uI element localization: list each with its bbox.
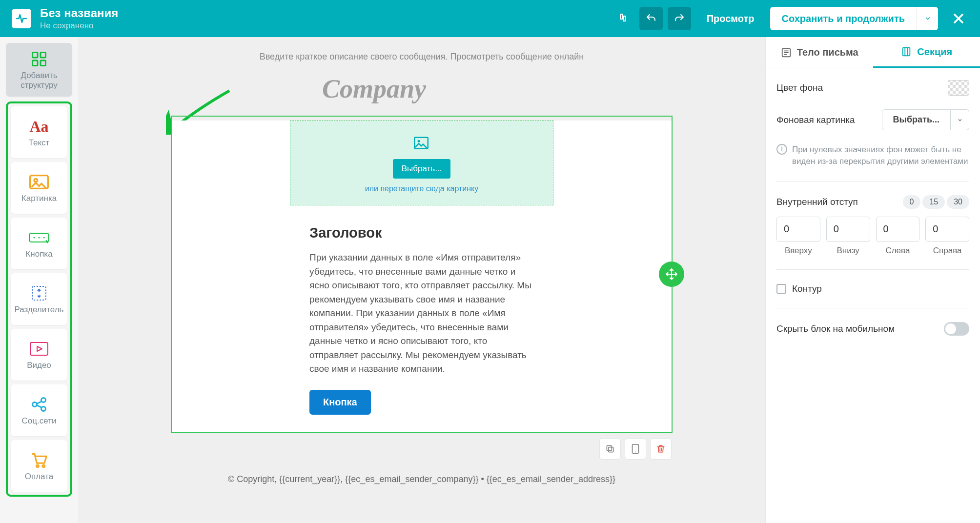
text-aa-icon: Aa <box>29 117 48 136</box>
sidebar-add-structure[interactable]: Добавить структуру <box>6 43 72 97</box>
outline-label: Контур <box>792 283 822 294</box>
sidebar-item-video[interactable]: Видео <box>11 329 67 381</box>
divider <box>776 269 969 270</box>
content-block[interactable]: Заголовок При указании данных в поле «Им… <box>290 205 553 432</box>
padding-presets: 0 15 30 <box>903 195 970 209</box>
layers-button[interactable] <box>611 7 634 30</box>
undo-icon <box>645 13 657 24</box>
padding-top-label: Вверху <box>785 246 812 256</box>
chevron-down-icon <box>924 15 931 22</box>
outline-checkbox[interactable] <box>776 284 786 294</box>
close-button[interactable] <box>949 9 968 28</box>
content-body[interactable]: При указании данных в поле «Имя отправит… <box>309 251 534 376</box>
save-button-group: Сохранить и продолжить <box>770 7 938 30</box>
pulse-icon <box>15 12 28 25</box>
bg-color-swatch[interactable] <box>948 80 969 96</box>
tab-section[interactable]: Секция <box>873 37 980 68</box>
grid-icon <box>30 49 48 69</box>
sidebar-item-label: Оплата <box>25 472 53 482</box>
sidebar-item-image[interactable]: Картинка <box>11 162 67 214</box>
trash-icon <box>656 443 666 454</box>
header-right: Просмотр Сохранить и продолжить <box>611 7 968 30</box>
document-title[interactable]: Без названия <box>40 6 118 20</box>
svg-point-12 <box>33 402 37 407</box>
padding-preset-15[interactable]: 15 <box>922 195 945 209</box>
padding-top-col: Вверху <box>776 217 820 256</box>
drag-hint: или перетащите сюда картинку <box>290 184 553 193</box>
sidebar-item-label: Видео <box>27 361 51 370</box>
delete-button[interactable] <box>650 438 672 460</box>
selected-section[interactable]: Выбрать... или перетащите сюда картинку … <box>171 116 673 433</box>
bg-image-select-caret[interactable] <box>951 109 969 130</box>
button-icon <box>28 228 50 247</box>
duplicate-button[interactable] <box>599 438 621 460</box>
email-footer[interactable]: © Copyright, {{current_year}}, {{ec_es_e… <box>78 472 765 486</box>
hide-mobile-toggle[interactable] <box>944 322 969 336</box>
sidebar-elements-highlight: Aa Текст Картинка Кнопка Разделитель <box>6 101 72 497</box>
sidebar-item-divider[interactable]: Разделитель <box>11 273 67 325</box>
cart-icon <box>30 450 48 470</box>
app-logo[interactable] <box>12 9 31 28</box>
sidebar-item-text[interactable]: Aa Текст <box>11 106 67 158</box>
padding-right-input[interactable] <box>925 217 969 242</box>
padding-inputs: Вверху Внизу Слева Справа <box>776 217 969 256</box>
padding-preset-0[interactable]: 0 <box>903 195 921 209</box>
close-icon <box>952 12 965 25</box>
section-tab-icon <box>900 46 912 58</box>
padding-left-input[interactable] <box>876 217 920 242</box>
svg-point-7 <box>34 237 35 239</box>
padding-top-input[interactable] <box>776 217 820 242</box>
main-layout: Добавить структуру Aa Текст Картинка Кно… <box>0 37 980 523</box>
svg-rect-3 <box>41 60 46 66</box>
editor-canvas: Введите краткое описание своего сообщени… <box>78 37 765 523</box>
video-icon <box>29 339 49 359</box>
sidebar-item-button[interactable]: Кнопка <box>11 218 67 269</box>
save-status: Не сохранено <box>40 21 118 31</box>
save-dropdown-button[interactable] <box>917 7 938 30</box>
padding-left-label: Слева <box>885 246 910 256</box>
block-toolbar <box>599 438 672 460</box>
preview-description[interactable]: Введите краткое описание своего сообщени… <box>78 52 765 62</box>
divider <box>776 308 969 308</box>
select-image-button[interactable]: Выбрать... <box>393 159 451 179</box>
svg-rect-20 <box>607 445 612 450</box>
preview-button[interactable]: Просмотр <box>696 7 765 30</box>
content-heading[interactable]: Заголовок <box>309 225 534 241</box>
svg-rect-2 <box>33 60 38 66</box>
sidebar-item-label: Текст <box>29 138 50 148</box>
svg-point-14 <box>41 407 46 411</box>
svg-rect-1 <box>41 52 46 58</box>
redo-icon <box>674 13 685 24</box>
padding-preset-30[interactable]: 30 <box>947 195 969 209</box>
bg-image-select-button[interactable]: Выбрать... <box>882 109 951 130</box>
svg-rect-19 <box>609 447 613 452</box>
hide-mobile-label: Скрыть блок на мобильном <box>776 323 895 334</box>
info-note: i При нулевых значениях фон может быть н… <box>776 144 969 167</box>
svg-point-15 <box>37 465 39 467</box>
bg-color-row: Цвет фона <box>776 80 969 96</box>
sidebar-item-label: Кнопка <box>25 249 52 259</box>
svg-point-8 <box>39 237 40 239</box>
bg-image-row: Фоновая картинка Выбрать... <box>776 109 969 130</box>
share-icon <box>30 395 48 414</box>
padding-right-label: Справа <box>933 246 962 256</box>
image-drop-zone[interactable]: Выбрать... или перетащите сюда картинку <box>290 121 553 205</box>
padding-bottom-input[interactable] <box>826 217 870 242</box>
undo-button[interactable] <box>639 7 663 30</box>
hide-mobile-row: Скрыть блок на мобильном <box>776 322 969 336</box>
mobile-view-button[interactable] <box>625 438 646 460</box>
svg-point-22 <box>635 451 636 452</box>
padding-label: Внутренний отступ <box>776 197 858 207</box>
cta-button[interactable]: Кнопка <box>309 390 371 415</box>
tab-body[interactable]: Тело письма <box>766 37 873 68</box>
redo-button[interactable] <box>668 7 691 30</box>
svg-point-13 <box>41 398 46 402</box>
brand-logo[interactable]: Company <box>322 74 765 104</box>
padding-section: Внутренний отступ 0 15 30 Вверху Внизу <box>776 195 969 256</box>
sidebar-item-payment[interactable]: Оплата <box>11 440 67 492</box>
sidebar-item-social[interactable]: Соц.сети <box>11 384 67 436</box>
sidebar-item-label: Картинка <box>21 194 57 203</box>
save-button[interactable]: Сохранить и продолжить <box>770 7 917 30</box>
body-tab-icon <box>780 47 792 59</box>
move-handle[interactable] <box>659 262 684 287</box>
